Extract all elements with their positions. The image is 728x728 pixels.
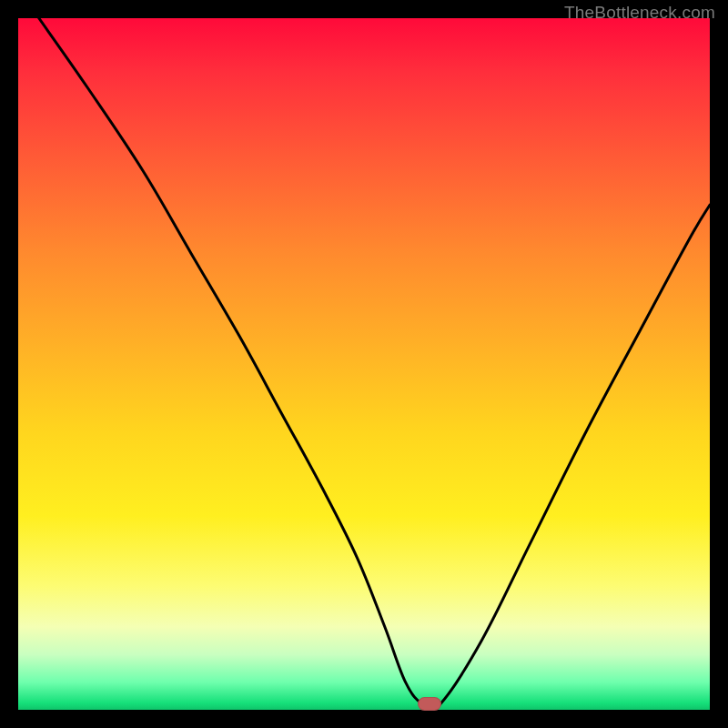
outer-frame: TheBottleneck.com: [0, 0, 728, 728]
optimum-marker: [418, 697, 441, 711]
curve-path: [39, 18, 710, 710]
gradient-plot-area: [18, 18, 710, 710]
bottleneck-curve: [18, 18, 710, 710]
